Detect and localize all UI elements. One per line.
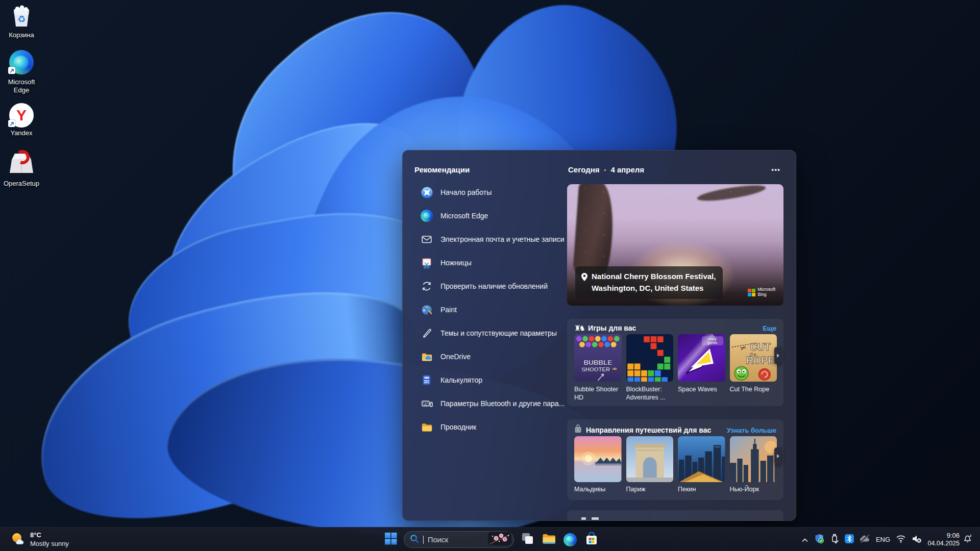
desktop-icon-label: Yandex [2, 129, 41, 137]
desktop-icon-recycle-bin[interactable]: ♻ Корзина [2, 4, 41, 39]
rec-item-label: Microsoft Edge [440, 212, 488, 220]
svg-text:✂: ✂ [739, 343, 748, 353]
svg-text:HD: HD [612, 367, 617, 370]
partial-title-fragment [592, 517, 599, 520]
blossom-texture [567, 184, 783, 269]
chess-games-icon: ♜♞ [574, 324, 584, 332]
onedrive-tray-button[interactable] [856, 530, 873, 549]
rec-item-onedrive[interactable]: OneDrive [414, 345, 567, 368]
rec-item-microsoft-edge[interactable]: Microsoft Edge [414, 204, 567, 228]
tray-date: 04.04.2025 [926, 540, 960, 547]
svg-text:♻: ♻ [17, 14, 26, 24]
rec-item-file-explorer[interactable]: Проводник [414, 415, 567, 439]
file-explorer-taskbar-icon [542, 533, 556, 547]
usb-eject-tray-button[interactable] [827, 530, 842, 549]
game-card-cut-the-rope[interactable]: ✂ CUT the ROPE [730, 334, 777, 382]
desktop-icon-microsoft-edge[interactable]: Microsoft Edge [2, 50, 41, 95]
travel-card-paris[interactable] [626, 436, 674, 482]
onedrive-icon [420, 350, 433, 363]
rec-item-themes[interactable]: Темы и сопутствующие параметры [414, 321, 567, 345]
check-updates-icon [420, 280, 433, 293]
desktop-icon-label: Microsoft Edge [2, 78, 41, 95]
microsoft-logo-icon [748, 289, 755, 296]
rec-item-paint[interactable]: Paint [414, 298, 567, 321]
suitcase-icon [574, 424, 582, 436]
travel-card-new-york[interactable] [730, 436, 777, 482]
bluetooth-tray-button[interactable] [842, 530, 856, 549]
travel-card-maldives[interactable] [574, 436, 622, 482]
taskbar-weather-widget[interactable]: 8°C Mostly sunny [6, 530, 73, 549]
image-caption-pill: National Cherry Blossom Festival, Washin… [575, 266, 723, 299]
travel-card-beijing[interactable] [678, 436, 725, 482]
themes-icon [420, 327, 433, 340]
language-code: ENG [876, 536, 890, 543]
windows-security-tray-button[interactable] [812, 530, 827, 549]
svg-text:CUT: CUT [750, 341, 770, 353]
travel-carousel-next-button[interactable] [774, 447, 782, 465]
volume-tray-button[interactable] [909, 530, 925, 549]
bing-daily-image-card[interactable]: National Cherry Blossom Festival, Washin… [567, 184, 783, 306]
start-widgets-panel: Рекомендации Начало работы Microsoft Edg… [402, 150, 796, 521]
rec-item-label: Проверить наличие обновлений [440, 282, 548, 290]
desktop-icon-opera-setup[interactable]: OperaSetup [2, 149, 41, 188]
microsoft-store-button[interactable] [581, 530, 602, 550]
svg-text:SHOOTER: SHOOTER [581, 366, 610, 372]
travel-label: Нью-Йорк [730, 485, 777, 493]
tray-time: 9:06 [926, 532, 960, 540]
svg-text:ROPE: ROPE [746, 355, 774, 366]
game-card-blockbuster[interactable] [626, 334, 674, 382]
games-section-header: ♜♞ Игры для вас Еще [567, 319, 783, 332]
games-carousel-next-button[interactable] [774, 347, 782, 364]
notification-center-button[interactable]: z [960, 530, 975, 549]
game-label: Cut The Rope [730, 385, 777, 402]
task-view-button[interactable] [517, 530, 538, 550]
microsoft-edge-icon [564, 533, 577, 546]
chevron-up-icon [801, 535, 808, 544]
snipping-tool-icon [420, 256, 433, 269]
next-section-partial [567, 510, 783, 521]
games-section: ♜♞ Игры для вас Еще BUBBLE SHOOTER [567, 319, 783, 406]
travel-label: Мальдивы [574, 485, 622, 493]
desktop-icon-yandex[interactable]: Y Yandex [2, 103, 41, 137]
start-button[interactable] [380, 530, 401, 550]
rec-item-calculator[interactable]: Калькулятор [414, 368, 567, 392]
rec-item-get-started[interactable]: Начало работы [414, 181, 567, 204]
security-shield-icon [814, 534, 824, 546]
file-explorer-button[interactable] [538, 530, 559, 550]
windows-desktop: ♻ Корзина Microsoft Edge Y Yandex [0, 0, 980, 551]
rec-item-check-updates[interactable]: Проверить наличие обновлений [414, 274, 567, 298]
taskbar-clock[interactable]: 9:06 04.04.2025 [926, 530, 960, 549]
cherry-blossom-highlight-icon[interactable] [488, 532, 511, 547]
bluetooth-settings-icon [420, 397, 433, 410]
taskbar: 8°C Mostly sunny [0, 527, 980, 551]
usb-eject-icon [830, 534, 839, 546]
rec-item-bluetooth-settings[interactable]: Параметры Bluetooth и другие пара... [414, 392, 567, 415]
game-card-space-waves[interactable]: crazy games [678, 334, 725, 382]
games-carousel: BUBBLE SHOOTER HD [574, 334, 777, 382]
edge-icon [9, 50, 34, 74]
game-label: BlockBuster: Adventures ... [626, 385, 674, 402]
paint-icon [420, 303, 433, 316]
bing-attribution-text: Microsoft Bing [758, 287, 775, 297]
feed-date-label: 4 апреля [610, 165, 644, 174]
language-indicator[interactable]: ENG [873, 530, 893, 549]
microsoft-edge-taskbar-button[interactable] [559, 530, 581, 550]
partial-icon-fragment [581, 517, 586, 520]
wifi-tray-button[interactable] [893, 530, 909, 549]
taskbar-search-box[interactable]: Поиск [404, 531, 514, 548]
hidden-icons-button[interactable] [798, 530, 812, 549]
travel-more-link[interactable]: Узнать больше [727, 427, 776, 434]
feed-header-separator: • [604, 167, 606, 173]
game-card-bubble-shooter[interactable]: BUBBLE SHOOTER HD [574, 334, 622, 382]
rec-item-label: Параметры Bluetooth и другие пара... [440, 399, 565, 408]
rec-item-email-accounts[interactable]: Электронная почта и учетные записи [414, 228, 567, 251]
rec-item-snipping-tool[interactable]: Ножницы [414, 251, 567, 274]
games-more-link[interactable]: Еще [763, 324, 776, 332]
crazy-games-badge: crazy games [702, 336, 723, 345]
weather-condition: Mostly sunny [30, 540, 69, 548]
feed-more-menu-icon[interactable]: ••• [771, 166, 780, 174]
travel-section: Направления путешествий для вас Узнать б… [567, 419, 783, 500]
search-placeholder: Поиск [428, 536, 484, 544]
travel-label: Пекин [678, 485, 725, 493]
microsoft-edge-icon [420, 209, 433, 222]
